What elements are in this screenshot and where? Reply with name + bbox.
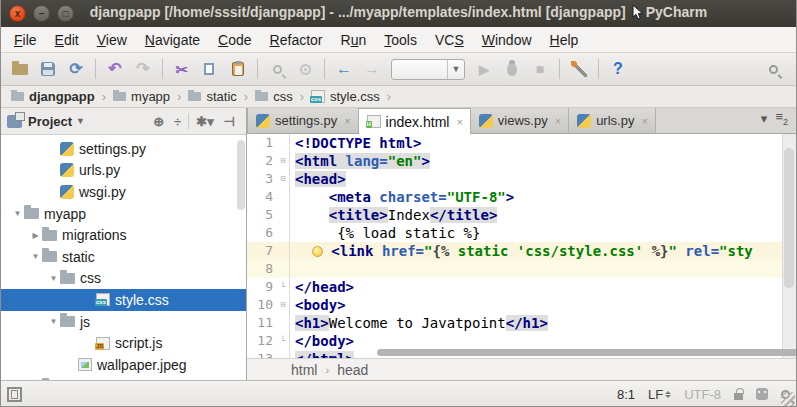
save-all-button[interactable] [35, 56, 61, 82]
editor-breadcrumb-head[interactable]: head [337, 362, 368, 378]
tree-expanded-arrow-icon[interactable]: ▼ [47, 274, 60, 283]
code-line-3[interactable]: 3⊟<head> [247, 170, 796, 188]
code-editor[interactable]: 1<!DOCTYPE html>2⊟<html lang="en">3⊟<hea… [247, 134, 796, 358]
resize-grip[interactable] [781, 392, 795, 406]
collapse-all-icon[interactable]: ÷ [169, 112, 186, 131]
code-line-4[interactable]: 4 <meta charset="UTF-8"> [247, 188, 796, 206]
code-line-9[interactable]: 9└</head> [247, 278, 796, 296]
project-scrollbar[interactable] [237, 140, 245, 210]
menu-navigate[interactable]: Navigate [136, 29, 209, 51]
stop-button[interactable]: ■ [527, 56, 553, 82]
title-bar[interactable]: x – □ djangpapp [/home/sssit/djangpapp] … [1, 0, 796, 27]
code-line-10[interactable]: 10⊟<body> [247, 296, 796, 314]
code-line-2[interactable]: 2⊟<html lang="en"> [247, 152, 796, 170]
breadcrumb-item-static[interactable]: static [186, 89, 238, 104]
menu-help[interactable]: Help [541, 29, 588, 51]
cut-button[interactable]: ✂ [169, 56, 195, 82]
tool-window-toggle-icon[interactable] [7, 387, 22, 402]
menu-vcs[interactable]: VCS [426, 29, 473, 51]
line-separator-widget[interactable]: LF [648, 387, 671, 402]
run-config-select[interactable]: ▼ [391, 59, 465, 80]
tree-item-urls.py[interactable]: urls.py [1, 160, 246, 182]
run-button[interactable]: ▶ [471, 56, 497, 82]
menu-run[interactable]: Run [332, 29, 376, 51]
horizontal-scrollbar[interactable] [377, 349, 796, 356]
lock-icon[interactable] [734, 393, 743, 400]
tree-item-script.js[interactable]: JSscript.js [1, 332, 246, 354]
tree-expanded-arrow-icon[interactable]: ▼ [47, 317, 60, 326]
tree-expanded-arrow-icon[interactable]: ▼ [29, 252, 42, 261]
tab-index.html[interactable]: Hindex.html× [359, 108, 471, 134]
synchronize-button[interactable]: ⟳ [63, 56, 89, 82]
close-icon[interactable]: × [555, 115, 561, 127]
tree-expanded-arrow-icon[interactable]: ▼ [11, 209, 24, 218]
tree-collapsed-arrow-icon[interactable]: ▶ [29, 231, 42, 240]
fold-marker-icon[interactable]: ⊟ [277, 152, 290, 170]
editor-breadcrumb-html[interactable]: html [291, 362, 317, 378]
tree-item-migrations[interactable]: ▶migrations [1, 224, 246, 246]
tab-urls.py[interactable]: urls.py× [569, 108, 656, 133]
breadcrumb-item-myapp[interactable]: myapp [111, 89, 172, 104]
code-line-11[interactable]: 11<h1>Welcome to Javatpoint</h1> [247, 314, 796, 332]
code-line-12[interactable]: 12└</body> [247, 332, 796, 350]
menu-view[interactable]: View [88, 29, 136, 51]
open-file-button[interactable] [7, 56, 33, 82]
minimize-button[interactable]: – [33, 5, 50, 22]
tab-settings.py[interactable]: settings.py× [247, 108, 359, 133]
caret-position[interactable]: 8:1 [617, 387, 635, 402]
paste-button[interactable] [225, 56, 251, 82]
code-line-8[interactable]: 8 [247, 260, 796, 278]
gear-icon[interactable]: ✱▾ [191, 112, 218, 131]
menu-edit[interactable]: Edit [46, 29, 88, 51]
search-icon[interactable] [760, 56, 786, 82]
redo-button[interactable]: ↷ [130, 56, 156, 82]
tab-list-icon[interactable]: ≡2 [775, 109, 788, 127]
menu-window[interactable]: Window [473, 29, 541, 51]
find-usages-button[interactable] [264, 56, 290, 82]
copy-button[interactable] [197, 56, 223, 82]
close-button[interactable]: x [9, 5, 26, 22]
code-line-6[interactable]: 6 {% load static %} [247, 224, 796, 242]
tab-views.py[interactable]: views.py× [471, 108, 569, 133]
locate-icon[interactable]: ⊕ [148, 112, 169, 131]
fold-marker-icon[interactable]: ⊟ [277, 296, 290, 314]
breadcrumb-item-css[interactable]: css [253, 89, 295, 104]
tree-item-static[interactable]: ▼static [1, 246, 246, 268]
tree-item-style.css[interactable]: cssstyle.css [1, 289, 246, 311]
tree-item-wsgi.py[interactable]: wsgi.py [1, 181, 246, 203]
file-encoding[interactable]: UTF-8 [684, 387, 721, 402]
menu-tools[interactable]: Tools [375, 29, 426, 51]
fold-marker-icon[interactable]: └ [277, 332, 290, 350]
code-line-1[interactable]: 1<!DOCTYPE html> [247, 134, 796, 152]
undo-button[interactable]: ↶ [102, 56, 128, 82]
intention-bulb-icon[interactable] [312, 246, 323, 257]
forward-button[interactable]: → [359, 56, 385, 82]
editor-scrollbar[interactable] [782, 134, 796, 358]
fold-marker-icon[interactable]: ⊟ [277, 170, 290, 188]
breadcrumb-item-djangpapp[interactable]: djangpapp [9, 89, 97, 104]
close-icon[interactable]: × [344, 115, 350, 127]
tree-item-myapp[interactable]: ▼myapp [1, 203, 246, 225]
back-button[interactable]: ← [331, 56, 357, 82]
tree-item-settings.py[interactable]: settings.py [1, 138, 246, 160]
close-icon[interactable]: × [456, 116, 462, 128]
inspect-code-button[interactable] [292, 56, 318, 82]
code-line-5[interactable]: 5 <title>Index</title> [247, 206, 796, 224]
menu-code[interactable]: Code [209, 29, 260, 51]
close-icon[interactable]: × [641, 115, 647, 127]
settings-wrench-button[interactable] [566, 56, 592, 82]
chevron-down-icon[interactable]: ▾ [761, 111, 768, 126]
fold-marker-icon[interactable]: └ [277, 278, 290, 296]
tree-item-wallpaper.jpeg[interactable]: wallpaper.jpeg [1, 354, 246, 376]
maximize-button[interactable]: □ [57, 5, 74, 22]
debug-button[interactable] [499, 56, 525, 82]
menu-refactor[interactable]: Refactor [261, 29, 332, 51]
tree-item-css[interactable]: ▼css [1, 268, 246, 290]
hide-panel-icon[interactable]: ⊣ [219, 112, 240, 131]
code-line-7[interactable]: 7 <link href="{% static 'css/style.css' … [247, 242, 796, 260]
menu-file[interactable]: File [5, 29, 46, 51]
hector-inspections-icon[interactable] [756, 388, 768, 400]
chevron-down-icon[interactable]: ▼ [76, 116, 85, 126]
tree-item-js[interactable]: ▼js [1, 311, 246, 333]
breadcrumb-item-style.css[interactable]: cssstyle.css [309, 89, 382, 104]
